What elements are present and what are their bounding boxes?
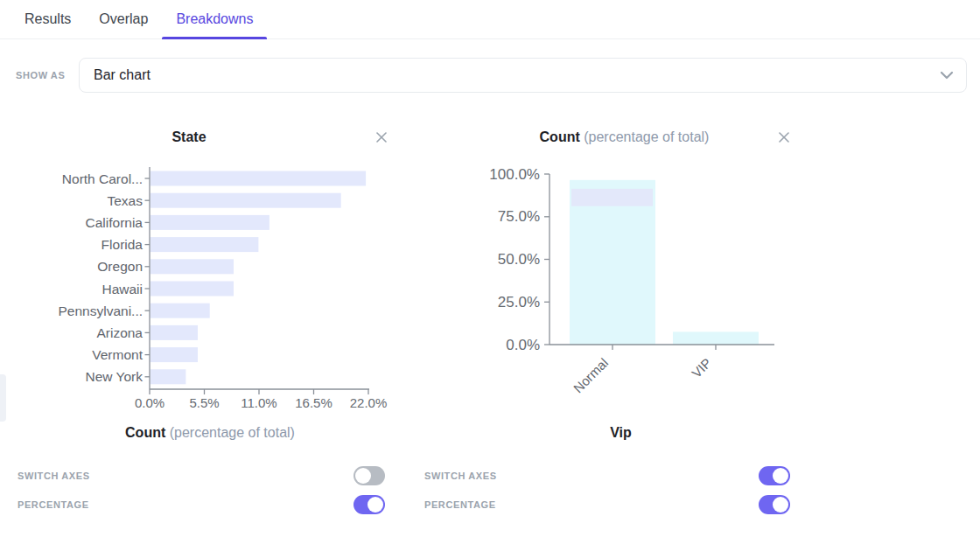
switch-axes-label: SWITCH AXES (18, 471, 90, 481)
state-chart-controls: SWITCH AXES PERCENTAGE (18, 466, 385, 524)
switch-axes-label: SWITCH AXES (424, 471, 497, 481)
toggle-knob (355, 468, 371, 484)
category-label: Arizona (96, 325, 143, 340)
overlay-band (571, 189, 653, 206)
toggle-knob (368, 497, 383, 513)
category-label: VIP (689, 355, 714, 380)
x-tick-label: 16.5% (295, 395, 332, 410)
xaxis-label-suffix: (percentage of total) (170, 425, 295, 440)
category-label: Hawaii (102, 282, 143, 296)
percentage-label: PERCENTAGE (18, 499, 89, 510)
switch-axes-toggle[interactable] (354, 466, 385, 485)
bar[interactable] (673, 331, 759, 345)
bar[interactable] (150, 369, 186, 384)
bar[interactable] (150, 259, 234, 274)
state-chart-svg: North Carol...TexasCaliforniaFloridaOreg… (18, 152, 402, 415)
y-tick-label: 0.0% (506, 337, 540, 353)
state-chart-title-text: State (172, 129, 206, 144)
toggle-knob (773, 468, 788, 484)
vip-chart-title-suffix: (percentage of total) (584, 129, 709, 144)
vip-chart-title-text: Count (540, 129, 580, 144)
percentage-row: PERCENTAGE (424, 495, 790, 514)
percentage-toggle[interactable] (759, 495, 790, 514)
show-as-label: SHOW AS (16, 70, 65, 80)
vip-chart-controls: SWITCH AXES PERCENTAGE (424, 466, 790, 524)
category-label: New York (86, 369, 144, 384)
category-label: California (86, 215, 144, 230)
state-chart-header: State (18, 122, 402, 152)
state-breakdown-card: State North Carol...TexasCaliforniaFlori… (18, 122, 402, 441)
tab-bar: Results Overlap Breakdowns (0, 0, 980, 39)
bar[interactable] (150, 171, 367, 186)
toggle-knob (773, 497, 788, 513)
bar[interactable] (150, 347, 199, 362)
xaxis-label-main: Count (125, 425, 165, 440)
switch-axes-toggle[interactable] (759, 466, 790, 485)
y-tick-label: 25.0% (498, 294, 540, 310)
side-panel-handle[interactable] (0, 374, 6, 422)
x-tick-label: 5.5% (189, 395, 219, 410)
close-icon[interactable] (763, 125, 805, 150)
breakdowns-page: Results Overlap Breakdowns SHOW AS Bar c… (0, 0, 980, 551)
category-label: Vermont (92, 347, 143, 362)
vip-chart-header: Count (percentage of total) (486, 122, 805, 152)
tab-breakdowns[interactable]: Breakdowns (162, 0, 267, 39)
percentage-row: PERCENTAGE (18, 495, 385, 514)
show-as-value: Bar chart (94, 67, 150, 83)
bar[interactable] (150, 282, 234, 296)
tab-overlap[interactable]: Overlap (85, 0, 162, 39)
vip-chart-svg: 0.0%25.0%50.0%75.0%100.0%NormalVIP (486, 152, 805, 415)
vip-chart-xaxis-label: Vip (486, 425, 805, 441)
x-tick-label: 0.0% (135, 395, 164, 410)
category-label: Pennsylvani... (59, 303, 144, 318)
y-tick-label: 100.0% (489, 166, 540, 183)
category-label: Oregon (97, 259, 143, 274)
close-icon[interactable] (360, 125, 402, 150)
switch-axes-row: SWITCH AXES (424, 466, 790, 485)
state-chart-xaxis-label: Count (percentage of total) (18, 425, 402, 441)
bar[interactable] (150, 237, 259, 252)
category-label: Texas (108, 193, 144, 208)
chevron-down-icon (940, 67, 954, 83)
x-tick-label: 22.0% (350, 395, 388, 410)
xaxis-label-main: Vip (610, 425, 632, 440)
category-label: Florida (102, 237, 144, 252)
switch-axes-row: SWITCH AXES (18, 466, 385, 485)
state-chart-title: State (18, 129, 360, 145)
y-tick-label: 75.0% (498, 208, 540, 225)
bar[interactable] (150, 325, 199, 340)
vip-chart-title: Count (percentage of total) (486, 129, 763, 145)
show-as-select[interactable]: Bar chart (79, 58, 967, 93)
category-label: Normal (570, 355, 611, 395)
bar[interactable] (150, 215, 270, 230)
x-tick-label: 11.0% (241, 395, 276, 410)
vip-breakdown-card: Count (percentage of total) 0.0%25.0%50.… (486, 122, 805, 441)
category-label: North Carol... (62, 171, 143, 186)
percentage-toggle[interactable] (354, 495, 385, 514)
bar[interactable] (150, 303, 210, 318)
y-tick-label: 50.0% (498, 251, 540, 268)
bar[interactable] (150, 193, 341, 208)
percentage-label: PERCENTAGE (424, 499, 496, 510)
tab-results[interactable]: Results (10, 0, 85, 39)
